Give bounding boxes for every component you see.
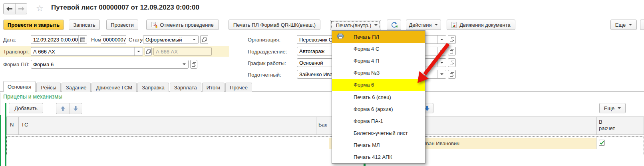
forward-button[interactable]: [15, 4, 27, 14]
back-button[interactable]: [4, 4, 15, 14]
open-icon: [192, 62, 196, 67]
move-down-button[interactable]: [69, 103, 82, 114]
menu-item-biletno-uchetny-list[interactable]: Билетно-учетный лист: [332, 127, 425, 139]
favorite-star-icon[interactable]: ☆: [36, 4, 44, 13]
tab-osnovnaya[interactable]: Основная: [3, 81, 36, 92]
tab-label: Заправка: [142, 85, 165, 91]
department-open-button[interactable]: [448, 47, 456, 55]
menu-item-forma-pa1[interactable]: Форма ПА-1: [332, 115, 425, 127]
transport-readonly-value: А 666 АХ: [154, 47, 211, 55]
calendar-icon[interactable]: [78, 36, 87, 43]
menu-item-label: Печать МЛ: [354, 142, 380, 148]
print-internal-button[interactable]: Печать(внутр.): [330, 20, 381, 30]
menu-item-label: Форма 4 П: [354, 58, 379, 64]
actions-button[interactable]: Действия: [406, 20, 441, 30]
column-separator: [18, 117, 19, 134]
chevron-down-icon: [618, 107, 621, 109]
column-header-v-raschet[interactable]: В расчет: [599, 119, 620, 132]
save-button[interactable]: Записать: [69, 20, 100, 30]
date-field[interactable]: 12.09.2023 0:00:00: [31, 35, 87, 44]
add-row-label: Добавить: [14, 105, 37, 111]
status-field[interactable]: Оформляемый: [143, 35, 199, 44]
menu-item-label: Форма №3: [354, 70, 380, 76]
undo-post-button[interactable]: Отменить проведение: [146, 20, 219, 30]
document-movements-button[interactable]: Движения документа: [447, 20, 515, 30]
transport-open-button[interactable]: [145, 47, 152, 56]
chevron-down-icon[interactable]: [437, 36, 446, 43]
chevron-down-icon[interactable]: [437, 59, 446, 67]
organization-open-button[interactable]: [448, 35, 456, 44]
clipped-edge-button[interactable]: [640, 20, 644, 30]
menu-item-pechat-6-spec[interactable]: Печать 6 (спец): [332, 91, 425, 103]
tab-strip: Основная Рейсы Задание Движение ГСМ Запр…: [0, 81, 644, 92]
undo-post-label: Отменить проведение: [160, 22, 214, 28]
menu-item-pechat-ml[interactable]: Печать МЛ: [332, 139, 425, 151]
in-calc-checkbox[interactable]: [599, 140, 605, 146]
more-button-table[interactable]: Еще: [599, 103, 626, 113]
column-separator: [316, 117, 316, 134]
transport-field[interactable]: А 666 АХ: [31, 47, 143, 56]
open-icon: [202, 38, 207, 42]
menu-item-pechat-pl[interactable]: Печать ПЛ: [332, 31, 425, 43]
form-pl-field[interactable]: Форма 6: [31, 60, 189, 69]
group-green-line-outer: [0, 115, 1, 166]
add-row-button[interactable]: Добавить: [9, 103, 43, 113]
column-header-ts[interactable]: ТС: [21, 122, 28, 128]
post-button[interactable]: Провести: [106, 20, 138, 30]
tab-label: Прочее: [230, 85, 248, 91]
post-and-close-button[interactable]: Провести и закрыть: [3, 20, 64, 30]
menu-item-forma-6-arhiv[interactable]: Форма 6 (архив): [332, 103, 425, 115]
tab-prochee[interactable]: Прочее: [225, 83, 252, 92]
document-movements-label: Движения документа: [459, 22, 510, 28]
move-buttons: [56, 103, 82, 114]
more-button-top[interactable]: Еще: [610, 20, 637, 30]
refresh-button[interactable]: [387, 20, 401, 30]
chevron-down-icon[interactable]: [134, 47, 143, 55]
menu-item-label: Форма 4 С: [354, 46, 379, 52]
date-label: Дата:: [3, 37, 16, 43]
open-icon: [146, 49, 151, 54]
column-header-n[interactable]: N: [10, 122, 14, 128]
check-icon: [600, 141, 604, 145]
document-movements-icon: [451, 22, 457, 28]
menu-item-pechat-412-apk[interactable]: Печать 412 АПК: [332, 151, 425, 163]
tab-itogi[interactable]: Итоги: [202, 83, 225, 92]
more-label: Еще: [615, 22, 626, 28]
tab-reysy[interactable]: Рейсы: [36, 83, 60, 92]
chevron-down-icon[interactable]: [437, 47, 446, 55]
transport-label: Транспорт:: [3, 49, 30, 55]
undo-post-icon: [151, 22, 157, 28]
schedule-label: График работы:: [248, 60, 286, 66]
print-external-button[interactable]: Печать ПЛ Форма6 QR-ШК(внеш.): [229, 20, 320, 30]
save-label: Записать: [73, 22, 95, 28]
menu-item-forma-4s[interactable]: Форма 4 С: [332, 43, 425, 55]
menu-item-label: Форма 6 (архив): [354, 106, 393, 112]
column-separator: [596, 137, 597, 149]
column-header-bak[interactable]: Бак: [318, 122, 327, 128]
menu-item-forma-6[interactable]: Форма 6: [332, 79, 425, 91]
schedule-open-button[interactable]: [448, 58, 456, 67]
arrow-up-icon: [61, 106, 65, 111]
tab-dvizhenie-gsm[interactable]: Движение ГСМ: [91, 83, 137, 92]
chevron-down-icon[interactable]: [437, 70, 446, 78]
chevron-down-icon[interactable]: [180, 60, 188, 68]
menu-item-label: Билетно-учетный лист: [354, 130, 408, 136]
table-row[interactable]: Зайченко Иван Иванович: [6, 136, 644, 155]
menu-item-forma-n3[interactable]: Форма №3: [332, 67, 425, 79]
arrow-down-icon: [74, 106, 78, 111]
tab-zapravka[interactable]: Заправка: [137, 83, 169, 92]
back-arrow-icon: [6, 7, 12, 11]
tab-zadanie[interactable]: Задание: [62, 83, 91, 92]
number-field[interactable]: 00000007: [101, 35, 126, 44]
status-open-button[interactable]: [200, 35, 208, 44]
move-up-button[interactable]: [56, 103, 69, 114]
form-pl-open-button[interactable]: [190, 60, 197, 69]
accountable-open-button[interactable]: [448, 70, 456, 79]
menu-item-forma-4p[interactable]: Форма 4 П: [332, 55, 425, 67]
chevron-down-icon[interactable]: [190, 36, 198, 43]
department-label: Подразделение:: [248, 49, 287, 55]
organization-label: Организация:: [248, 37, 280, 43]
tab-zarplata[interactable]: Зарплата: [170, 83, 201, 92]
tab-label: Задание: [66, 85, 87, 91]
menu-item-label: Форма ПА-1: [354, 118, 383, 124]
